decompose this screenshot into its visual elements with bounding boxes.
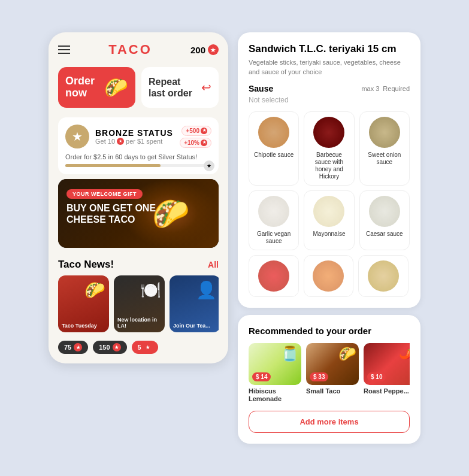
sauce-max-badge: max 3 xyxy=(361,85,379,92)
sauce-sweet-onion-name: Sweet onion sauce xyxy=(364,151,406,166)
status-right: +500 ★ +10% ★ xyxy=(180,126,211,148)
sauce-label: Sause xyxy=(249,84,273,93)
news-header: Taco News! All xyxy=(58,259,219,271)
status-message: Order for $2.5 in 60 days to get Silver … xyxy=(65,153,211,160)
bonus-badge-2: +10% ★ xyxy=(180,138,211,148)
sauce-extra-3-icon xyxy=(368,260,399,292)
phone-panel: TACO 200 ★ Ordernow 🌮 Repeatlast order ↩… xyxy=(49,32,228,363)
points-value: 200 xyxy=(190,45,205,55)
points-star-icon: ★ xyxy=(208,44,219,55)
news-cards: 🌮 Taco Tuesday 🍽️ New location in LA! 👤 … xyxy=(58,275,219,332)
rec-item-2-emoji: 🌮 xyxy=(338,345,356,362)
points-badge: 200 ★ xyxy=(190,44,219,55)
bottom-badge-2[interactable]: 150 ★ xyxy=(93,341,126,354)
phone-header: TACO 200 ★ xyxy=(49,32,228,62)
news-card-1-emoji: 🌮 xyxy=(84,280,105,300)
sandwich-description: Vegetable sticks, teriyaki sauce, vegeta… xyxy=(249,58,410,77)
rec-item-3-emoji: 🌶️ xyxy=(399,345,410,360)
progress-star-icon: ★ xyxy=(204,160,214,171)
rec-item-3-image: 🌶️ $ 10 xyxy=(364,343,410,385)
sauce-item-extra-1[interactable] xyxy=(249,255,299,297)
sandwich-title: Sandwich T.L.C. teriyaki 15 cm xyxy=(249,43,410,55)
news-card-3[interactable]: 👤 Join Our Tea... xyxy=(170,275,219,332)
add-more-button[interactable]: Add more items xyxy=(249,411,410,433)
recommended-items: 🫙 $ 14 Hibiscus Lemonade 🌮 $ 33 Small Ta… xyxy=(249,343,410,403)
sauce-item-garlic[interactable]: Garlic vegan sauce xyxy=(249,190,299,250)
welcome-banner[interactable]: 🌮 YOUR WELCOME GIFT BUY ONE GET ONECHEES… xyxy=(58,179,219,248)
sauce-item-bbq[interactable]: Barbecue sauce with honey and Hickory xyxy=(304,111,354,186)
rec-item-2[interactable]: 🌮 $ 33 Small Taco xyxy=(306,343,359,403)
news-card-3-emoji: 👤 xyxy=(196,280,217,300)
rec-item-2-price: $ 33 xyxy=(310,372,328,381)
sauce-sweet-onion-icon xyxy=(369,117,400,148)
bottom-badges: 75 ★ 150 ★ 5 ★ xyxy=(49,336,228,354)
sauce-partial-row xyxy=(249,255,410,297)
sauce-mayo-name: Mayonnaise xyxy=(313,231,346,238)
news-all-link[interactable]: All xyxy=(208,260,219,269)
news-card-1[interactable]: 🌮 Taco Tuesday xyxy=(58,275,109,332)
repeat-label: Repeatlast order xyxy=(149,76,192,99)
status-level: BRONZE STATUS xyxy=(95,128,173,138)
status-card: ★ BRONZE STATUS Get 10 ★ per $1 spent +5… xyxy=(58,117,219,174)
welcome-tag: YOUR WELCOME GIFT xyxy=(66,189,143,199)
status-info: BRONZE STATUS Get 10 ★ per $1 spent xyxy=(95,128,173,145)
recommended-card: Recommended to your order 🫙 $ 14 Hibiscu… xyxy=(238,315,420,443)
bottom-badge-3[interactable]: 5 ★ xyxy=(132,341,158,354)
news-card-2[interactable]: 🍽️ New location in LA! xyxy=(114,275,165,332)
recommended-title: Recommended to your order xyxy=(249,326,410,336)
status-earn: Get 10 ★ per $1 spent xyxy=(95,138,173,145)
sauce-required-badge: Required xyxy=(383,85,410,92)
rec-item-2-name: Small Taco xyxy=(306,387,359,395)
rec-item-1[interactable]: 🫙 $ 14 Hibiscus Lemonade xyxy=(249,343,301,403)
sauce-garlic-icon xyxy=(258,196,289,227)
progress-fill xyxy=(65,164,161,167)
rec-item-1-price: $ 14 xyxy=(252,372,271,381)
rec-item-3-price: $ 10 xyxy=(367,372,386,381)
sauce-badges: max 3 Required xyxy=(361,85,410,92)
rec-item-2-image: 🌮 $ 33 xyxy=(306,343,359,385)
sauce-caesar-icon xyxy=(369,196,400,227)
news-card-2-label: New location in LA! xyxy=(117,317,161,329)
badge-star-2: ★ xyxy=(113,343,121,351)
action-buttons: Ordernow 🌮 Repeatlast order ↩ xyxy=(49,62,228,113)
sauce-mayo-icon xyxy=(313,196,344,227)
news-card-2-emoji: 🍽️ xyxy=(140,280,161,300)
bonus-badge-1: +500 ★ xyxy=(181,126,211,136)
rec-item-3[interactable]: 🌶️ $ 10 Roast Peppe... xyxy=(364,343,410,403)
rec-item-3-name: Roast Peppe... xyxy=(364,387,410,395)
main-container: TACO 200 ★ Ordernow 🌮 Repeatlast order ↩… xyxy=(49,32,420,443)
sauce-header: Sause max 3 Required xyxy=(249,84,410,93)
sauce-not-selected: Not selected xyxy=(249,96,410,104)
sauce-item-extra-3[interactable] xyxy=(358,255,409,297)
hamburger-icon[interactable] xyxy=(58,46,70,54)
order-now-button[interactable]: Ordernow 🌮 xyxy=(58,67,135,108)
badge-star-3: ★ xyxy=(144,343,152,351)
order-now-label: Ordernow xyxy=(65,75,95,99)
taco-icon: 🌮 xyxy=(104,76,128,99)
sauce-item-mayo[interactable]: Mayonnaise xyxy=(304,190,354,250)
sauce-bbq-icon xyxy=(313,117,344,148)
sauce-bbq-name: Barbecue sauce with honey and Hickory xyxy=(308,151,350,180)
bronze-icon: ★ xyxy=(65,125,89,148)
sauce-item-chipotle[interactable]: Chipotle sauce xyxy=(249,111,299,186)
app-logo: TACO xyxy=(108,42,152,57)
rec-item-1-emoji: 🫙 xyxy=(281,345,299,362)
banner-title: BUY ONE GET ONECHEESE TACO xyxy=(66,202,156,225)
news-card-3-label: Join Our Tea... xyxy=(173,323,217,329)
sauce-garlic-name: Garlic vegan sauce xyxy=(253,231,295,245)
rec-item-1-name: Hibiscus Lemonade xyxy=(249,387,301,403)
sauce-item-extra-2[interactable] xyxy=(304,255,354,297)
sandwich-card: Sandwich T.L.C. teriyaki 15 cm Vegetable… xyxy=(238,32,420,308)
sauce-item-caesar[interactable]: Caesar sauce xyxy=(359,190,410,250)
sauce-extra-1-icon xyxy=(258,260,289,292)
sauce-item-sweet-onion[interactable]: Sweet onion sauce xyxy=(359,111,410,186)
repeat-icon: ↩ xyxy=(201,80,211,95)
rec-item-1-image: 🫙 $ 14 xyxy=(249,343,301,385)
repeat-order-button[interactable]: Repeatlast order ↩ xyxy=(141,67,219,108)
status-top: ★ BRONZE STATUS Get 10 ★ per $1 spent +5… xyxy=(65,125,211,148)
progress-bar: ★ xyxy=(65,164,211,167)
bottom-badge-1[interactable]: 75 ★ xyxy=(58,341,88,354)
news-section: Taco News! All 🌮 Taco Tuesday 🍽️ New loc… xyxy=(49,253,228,336)
banner-content: YOUR WELCOME GIFT BUY ONE GET ONECHEESE … xyxy=(66,187,156,225)
sauce-chipotle-name: Chipotle sauce xyxy=(254,151,293,159)
